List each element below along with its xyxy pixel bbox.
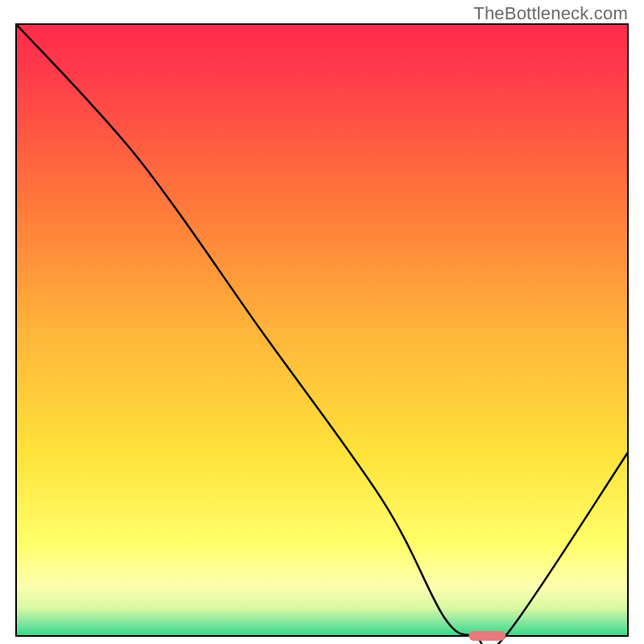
optimal-marker [469,631,506,641]
chart-svg [0,0,644,644]
bottleneck-chart: TheBottleneck.com [0,0,644,644]
plot-background [16,24,628,636]
